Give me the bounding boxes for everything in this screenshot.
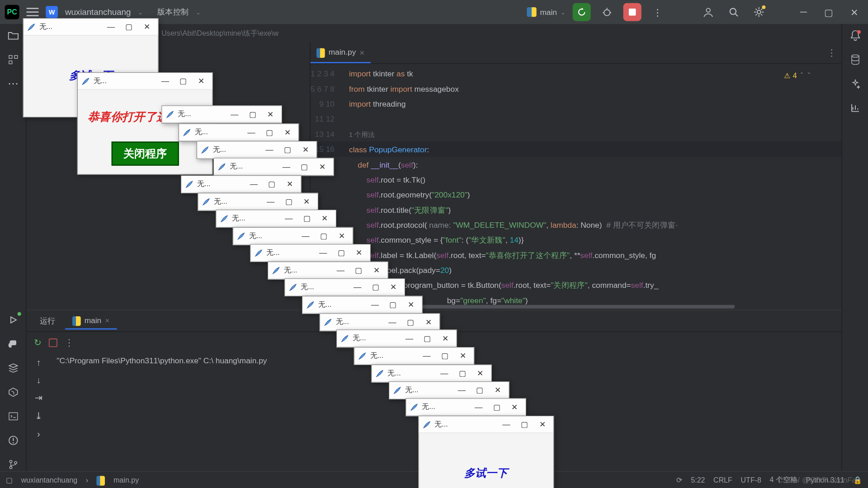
stop-button[interactable] xyxy=(623,3,642,21)
popup-maximize-button[interactable]: ▢ xyxy=(282,197,296,206)
project-name[interactable]: wuxiantanchuang xyxy=(65,7,131,17)
profiler-tool-button[interactable] xyxy=(849,101,862,114)
tk-popup-stacked[interactable]: 无...—▢✕ xyxy=(336,329,457,347)
popup-titlebar[interactable]: 无...—▢✕ xyxy=(197,141,316,158)
git-tool-button[interactable] xyxy=(6,458,19,471)
popup-titlebar[interactable]: 无...—▢✕ xyxy=(320,314,439,331)
caret-position[interactable]: 5:22 xyxy=(691,476,705,484)
profile-button[interactable] xyxy=(699,3,717,21)
tk-popup-stacked[interactable]: 无...—▢✕ xyxy=(233,227,354,245)
more-actions-button[interactable]: ⋮ xyxy=(649,3,667,21)
popup-close-button[interactable]: ✕ xyxy=(300,197,314,206)
popup-close-button[interactable]: ✕ xyxy=(318,214,332,223)
popup-titlebar[interactable]: 无...—▢✕ xyxy=(285,279,405,296)
popup-close-button[interactable]: ✕ xyxy=(335,231,349,240)
popup-titlebar[interactable]: 无...—▢✕ xyxy=(406,399,526,416)
popup-maximize-button[interactable]: ▢ xyxy=(245,110,260,119)
popup-titlebar[interactable]: 无... — ▢ ✕ xyxy=(24,19,158,35)
popup-maximize-button[interactable]: ▢ xyxy=(297,162,311,171)
popup-close-button[interactable]: ✕ xyxy=(491,385,505,394)
file-encoding[interactable]: UTF-8 xyxy=(741,476,761,484)
popup-maximize-button[interactable]: ▢ xyxy=(420,334,434,343)
popup-maximize-button[interactable]: ▢ xyxy=(122,22,136,31)
popup-titlebar[interactable]: 无... — ▢ ✕ xyxy=(78,73,212,89)
popup-maximize-button[interactable]: ▢ xyxy=(438,351,452,360)
popup-maximize-button[interactable]: ▢ xyxy=(490,403,504,412)
popup-minimize-button[interactable]: — xyxy=(158,76,172,85)
popup-titlebar[interactable]: 无...—▢✕ xyxy=(181,176,301,192)
close-program-button[interactable]: 关闭程序 xyxy=(111,141,179,165)
settings-button[interactable] xyxy=(750,3,768,21)
popup-close-button[interactable]: ✕ xyxy=(535,420,550,429)
tk-popup-stacked[interactable]: 无...—▢✕ xyxy=(181,175,302,193)
tk-popup-stacked[interactable]: 无...—▢✕ xyxy=(406,398,526,416)
popup-close-button[interactable]: ✕ xyxy=(280,128,295,137)
popup-titlebar[interactable]: 无...—▢✕ xyxy=(302,296,422,313)
popup-close-button[interactable]: ✕ xyxy=(194,76,208,85)
tk-popup-stacked[interactable]: 无...—▢✕ xyxy=(268,262,388,280)
popup-titlebar[interactable]: 无...—▢✕ xyxy=(354,347,474,364)
popup-minimize-button[interactable]: — xyxy=(454,385,469,394)
popup-minimize-button[interactable]: — xyxy=(279,162,293,171)
window-maximize-button[interactable]: ▢ xyxy=(820,3,838,21)
popup-minimize-button[interactable]: — xyxy=(385,318,400,327)
tk-popup-stacked[interactable]: 无...—▢✕ xyxy=(161,105,282,123)
popup-minimize-button[interactable]: — xyxy=(262,145,277,154)
popup-close-button[interactable]: ✕ xyxy=(298,145,313,154)
popup-titlebar[interactable]: 无...—▢✕ xyxy=(268,262,387,279)
run-tool-button[interactable] xyxy=(6,313,19,326)
vcs-menu[interactable]: 版本控制 xyxy=(157,7,189,18)
popup-minimize-button[interactable]: — xyxy=(420,351,434,360)
popup-maximize-button[interactable]: ▢ xyxy=(455,369,470,378)
popup-minimize-button[interactable]: — xyxy=(368,300,382,309)
popup-titlebar[interactable]: 无...—▢✕ xyxy=(372,365,491,382)
popup-close-button[interactable]: ✕ xyxy=(369,266,384,275)
python-console-button[interactable] xyxy=(6,338,19,351)
popup-maximize-button[interactable]: ▢ xyxy=(472,385,487,394)
popup-close-button[interactable]: ✕ xyxy=(315,162,330,171)
scroll-to-end-button[interactable]: ⤓ xyxy=(35,410,42,421)
run-more-button[interactable]: ⋮ xyxy=(65,338,74,348)
popup-close-button[interactable]: ✕ xyxy=(352,248,367,257)
rerun-button[interactable]: ↻ xyxy=(34,338,42,348)
popup-minimize-button[interactable]: — xyxy=(333,266,348,275)
search-everywhere-button[interactable] xyxy=(725,3,743,21)
tk-popup-stacked[interactable]: 无...—▢✕ xyxy=(179,123,299,141)
packages-tool-button[interactable] xyxy=(6,361,19,375)
popup-titlebar[interactable]: 无...—▢✕ xyxy=(217,210,336,227)
soft-wrap-button[interactable]: ⇥ xyxy=(35,392,42,403)
popup-close-button[interactable]: ✕ xyxy=(508,403,522,412)
popup-close-button[interactable]: ✕ xyxy=(387,282,401,291)
notifications-button[interactable] xyxy=(849,29,862,42)
popup-minimize-button[interactable]: — xyxy=(246,179,261,188)
debug-button[interactable] xyxy=(598,3,616,21)
popup-maximize-button[interactable]: ▢ xyxy=(517,420,532,429)
tk-popup-stacked[interactable]: 无...—▢✕ xyxy=(216,210,336,228)
editor-tab-main[interactable]: main.py × xyxy=(311,42,371,63)
line-separator[interactable]: CRLF xyxy=(713,476,732,484)
tk-popup-try[interactable]: 无... — ▢ ✕ 多试一下 xyxy=(418,416,554,488)
popup-maximize-button[interactable]: ▢ xyxy=(176,76,190,85)
popup-maximize-button[interactable]: ▢ xyxy=(280,145,295,154)
popup-close-button[interactable]: ✕ xyxy=(140,22,154,31)
popup-maximize-button[interactable]: ▢ xyxy=(316,231,331,240)
popup-minimize-button[interactable]: — xyxy=(350,282,365,291)
tk-popup-stacked[interactable]: 无...—▢✕ xyxy=(371,365,492,383)
popup-minimize-button[interactable]: — xyxy=(244,128,259,137)
window-close-button[interactable]: ✕ xyxy=(845,3,863,21)
run-button[interactable] xyxy=(573,3,591,21)
popup-minimize-button[interactable]: — xyxy=(282,214,296,223)
popup-minimize-button[interactable]: — xyxy=(264,197,278,206)
popup-maximize-button[interactable]: ▢ xyxy=(403,318,418,327)
expand-button[interactable]: › xyxy=(37,428,40,439)
main-menu-button[interactable] xyxy=(27,8,39,16)
popup-titlebar[interactable]: 无...—▢✕ xyxy=(162,106,282,123)
tk-popup-stacked[interactable]: 无...—▢✕ xyxy=(213,158,334,176)
popup-close-button[interactable]: ✕ xyxy=(421,318,436,327)
popup-minimize-button[interactable]: — xyxy=(499,420,514,429)
popup-minimize-button[interactable]: — xyxy=(472,403,486,412)
editor-tab-more-button[interactable]: ⋮ xyxy=(827,47,836,58)
tk-popup-stacked[interactable]: 无...—▢✕ xyxy=(250,244,371,262)
structure-tool-button[interactable] xyxy=(6,53,19,66)
tk-popup-stacked[interactable]: 无...—▢✕ xyxy=(320,313,440,331)
